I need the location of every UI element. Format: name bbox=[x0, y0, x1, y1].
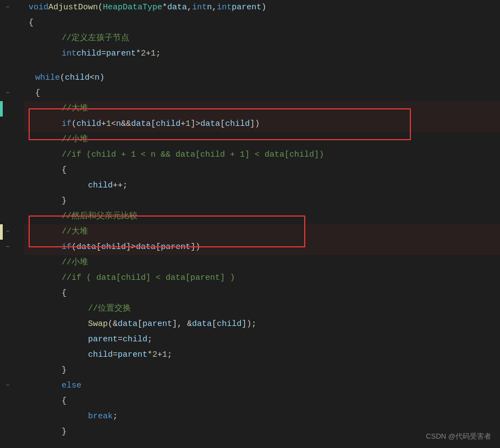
comment-if-small-heap-2: //if ( data[child] < data[parent] ) bbox=[62, 272, 235, 285]
semi-parent: ; bbox=[147, 333, 152, 346]
code-line-2: { bbox=[24, 15, 500, 31]
marker-9 bbox=[0, 132, 3, 147]
kw-while: while bbox=[35, 71, 60, 85]
semi-break: ; bbox=[113, 410, 118, 423]
line-1: − void AdjustDown(HeapDataType* data, in… bbox=[0, 0, 500, 15]
collapse-25: − bbox=[3, 381, 13, 391]
bracket-5: [ bbox=[96, 241, 101, 254]
line-16: − if (data[child] > data[parent]) bbox=[0, 240, 500, 255]
bracket-swap-1: [ bbox=[138, 318, 142, 331]
gt-2: > bbox=[131, 241, 136, 254]
code-line-13: } bbox=[24, 193, 500, 209]
bracket-2: ] bbox=[190, 118, 195, 131]
code-line-6: { bbox=[24, 86, 500, 101]
expr-2: * bbox=[147, 349, 152, 362]
code-line-5: while (child < n) bbox=[24, 70, 500, 86]
var-child-7: child bbox=[217, 318, 241, 331]
marker-7 bbox=[0, 101, 3, 117]
num-if-2: 1 bbox=[185, 118, 190, 131]
marker-23 bbox=[0, 347, 3, 363]
var-parent-1: parent bbox=[106, 47, 136, 60]
param-data: data bbox=[167, 1, 187, 14]
collapse-16: − bbox=[3, 242, 13, 252]
left-controls-28 bbox=[0, 424, 24, 440]
left-controls-e1 bbox=[0, 62, 24, 70]
line-5: while (child < n) bbox=[0, 70, 500, 86]
collapse-1[interactable]: − bbox=[3, 3, 13, 13]
code-line-17: //小堆 bbox=[24, 255, 500, 270]
line-8: if (child+1 < n && data[child + 1] > dat… bbox=[0, 117, 500, 132]
code-line-20: //位置交换 bbox=[24, 301, 500, 317]
brace-close-4: } bbox=[62, 364, 67, 377]
marker-19 bbox=[0, 286, 3, 301]
marker-22 bbox=[0, 332, 3, 347]
fn-adjustdown: AdjustDown bbox=[48, 1, 98, 14]
collapse-6[interactable]: − bbox=[3, 89, 13, 98]
code-line-12: child++; bbox=[24, 178, 500, 193]
line-22: parent = child; bbox=[0, 332, 500, 347]
left-controls-18 bbox=[0, 270, 24, 286]
code-container: − void AdjustDown(HeapDataType* data, in… bbox=[0, 0, 500, 448]
code-line-24: } bbox=[24, 363, 500, 378]
var-data-5: data bbox=[118, 318, 138, 331]
marker-2 bbox=[0, 15, 3, 31]
semi-child: ; bbox=[167, 349, 172, 362]
left-controls-6: − bbox=[0, 86, 24, 101]
line-15: − //大堆 bbox=[0, 224, 500, 240]
comment-define-child: //定义左孩子节点 bbox=[62, 32, 129, 45]
code-line-1: void AdjustDown(HeapDataType* data, int … bbox=[24, 0, 500, 15]
left-controls-25: − bbox=[0, 378, 24, 394]
comment-big-heap-2: //大堆 bbox=[62, 225, 88, 239]
line-13: } bbox=[0, 193, 500, 209]
var-child-5: child bbox=[225, 118, 250, 131]
marker-27 bbox=[0, 409, 3, 424]
paren-while: ( bbox=[60, 71, 65, 85]
lt-2: < bbox=[111, 118, 116, 131]
marker-12 bbox=[0, 178, 3, 193]
paren-open-1: ( bbox=[98, 1, 103, 14]
left-controls-4 bbox=[0, 46, 24, 62]
marker-21 bbox=[0, 317, 3, 332]
var-data-6: data bbox=[192, 318, 212, 331]
code-line-27: break; bbox=[24, 409, 500, 424]
var-n-2: n bbox=[116, 118, 121, 131]
paren-if-2: ( bbox=[72, 241, 76, 254]
code-line-25: else bbox=[24, 378, 500, 394]
left-controls-16: − bbox=[0, 240, 24, 255]
comma-2: , bbox=[212, 1, 217, 14]
marker-4 bbox=[0, 46, 3, 62]
collapse-15: − bbox=[3, 227, 13, 237]
code-line-9: //小堆 bbox=[24, 132, 500, 147]
code-line-23: child = parent * 2 + 1; bbox=[24, 347, 500, 363]
line-9: //小堆 bbox=[0, 132, 500, 147]
marker-18 bbox=[0, 270, 3, 286]
line-23: child = parent * 2 + 1; bbox=[0, 347, 500, 363]
line-27: break; bbox=[0, 409, 500, 424]
left-controls-27 bbox=[0, 409, 24, 424]
marker-14 bbox=[0, 209, 3, 224]
code-line-19: { bbox=[24, 286, 500, 301]
num-1: 1 bbox=[151, 47, 156, 60]
left-controls-9 bbox=[0, 132, 24, 147]
fn-swap: Swap bbox=[88, 318, 108, 331]
code-line-7: //大堆 bbox=[24, 101, 500, 117]
gt-1: > bbox=[195, 118, 200, 131]
kw-if-2: if bbox=[62, 241, 72, 254]
left-controls-10 bbox=[0, 147, 24, 163]
var-parent-4: parent bbox=[88, 333, 118, 346]
comment-swap: //位置交换 bbox=[88, 302, 131, 316]
param-n: n bbox=[207, 1, 212, 14]
plus-1: + bbox=[146, 47, 151, 60]
kw-if-1: if bbox=[62, 118, 72, 131]
eq-child: = bbox=[113, 349, 118, 362]
left-controls-13 bbox=[0, 193, 24, 209]
var-parent-3: parent bbox=[142, 318, 172, 331]
comment-compare-parent: //然后和父亲元比较 bbox=[62, 210, 138, 223]
comment-big-heap-1: //大堆 bbox=[62, 102, 88, 115]
left-controls-22 bbox=[0, 332, 24, 347]
watermark: CSDN @代码受害者 bbox=[426, 431, 491, 443]
num-1b: 1 bbox=[162, 349, 167, 362]
code-line-16: if (data[child] > data[parent]) bbox=[24, 240, 500, 255]
marker-20 bbox=[0, 301, 3, 317]
plus-2: + bbox=[180, 118, 185, 131]
